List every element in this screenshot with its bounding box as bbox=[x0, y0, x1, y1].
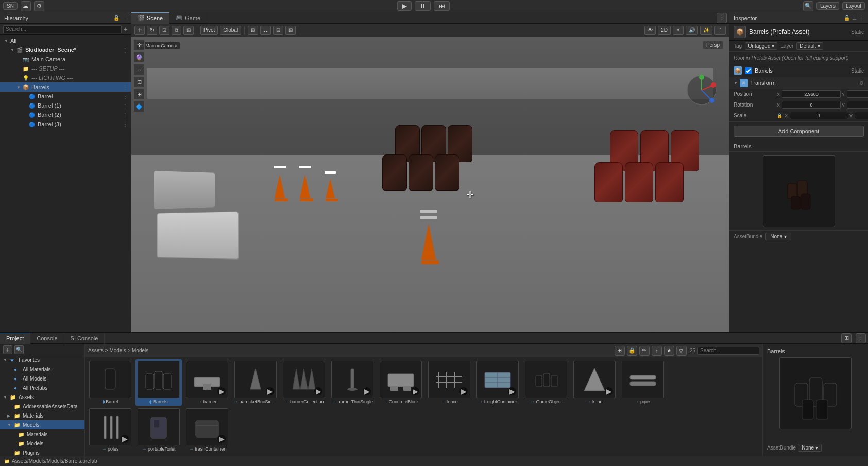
step-button[interactable]: ⏭ bbox=[434, 1, 450, 11]
light-toggle-btn[interactable]: ☀ bbox=[673, 26, 684, 35]
transform-scale-btn[interactable]: ⊡ bbox=[159, 26, 169, 35]
rotation-y-input[interactable] bbox=[847, 101, 868, 109]
hierarchy-search-input[interactable] bbox=[3, 25, 122, 33]
more-icon[interactable]: ⋮ bbox=[123, 122, 131, 127]
asset-item-kone[interactable]: ▶ → kone bbox=[571, 359, 618, 406]
position-y-input[interactable] bbox=[847, 90, 868, 98]
proj-all-models[interactable]: ● All Models bbox=[0, 374, 84, 383]
asset-item-fence[interactable]: ▶ → fence bbox=[426, 359, 472, 406]
asset-item-barrels[interactable]: ⧫ Barrels bbox=[135, 359, 182, 406]
transform-rotate-btn[interactable]: ↻ bbox=[147, 26, 157, 35]
add-component-btn[interactable]: Add Component bbox=[734, 126, 864, 137]
hierarchy-item-barrel[interactable]: 🔵 Barrel ⋮ bbox=[0, 92, 131, 101]
snap2-btn[interactable]: ⚏ bbox=[260, 26, 271, 35]
hierarchy-item-lighting[interactable]: 💡 --- LIGHTING --- bbox=[0, 73, 131, 82]
pivot-btn[interactable]: Pivot bbox=[200, 26, 218, 35]
viewport-tool-6[interactable]: 🔷 bbox=[133, 101, 145, 112]
layers-dropdown[interactable]: Layers bbox=[816, 2, 839, 10]
viewport-tool-4[interactable]: ⊡ bbox=[133, 76, 145, 88]
hierarchy-item-barrel-3[interactable]: 🔵 Barrel (3) ⋮ bbox=[0, 119, 131, 129]
2d-btn[interactable]: 2D bbox=[658, 26, 671, 35]
hierarchy-item-barrel-2[interactable]: 🔵 Barrel (2) ⋮ bbox=[0, 110, 131, 119]
asset-tb-icon2[interactable]: 🔒 bbox=[627, 346, 637, 356]
inspector-more-icon[interactable]: ⋮ bbox=[859, 15, 864, 21]
asset-item-poles[interactable]: ▶ → poles bbox=[87, 407, 133, 453]
asset-item-trash[interactable]: ▶ → trashContainer bbox=[184, 407, 230, 453]
asset-item-barrier-bucket[interactable]: ▶ → barricketBucSing... bbox=[232, 359, 279, 406]
scale-x-input[interactable] bbox=[790, 112, 848, 119]
more-icon[interactable]: ⋮ bbox=[123, 112, 131, 118]
tab-game[interactable]: 🎮 Game bbox=[169, 12, 207, 24]
more-icon[interactable]: ⋮ bbox=[123, 47, 131, 53]
transform-settings-icon[interactable]: ⚙ bbox=[859, 80, 864, 86]
more-icon[interactable]: ⋮ bbox=[123, 94, 131, 99]
persp-label[interactable]: Persp bbox=[703, 41, 723, 49]
settings-icon[interactable]: ⚙ bbox=[34, 1, 44, 11]
scene-viewport[interactable]: 62 Main = Camera Persp ✛ 🔮 ↔ ⊡ ⊞ 🔷 bbox=[131, 37, 729, 332]
hierarchy-item-scene[interactable]: ▼ 🎬 Skidloader_Scene* ⋮ bbox=[0, 45, 131, 55]
proj-all-materials[interactable]: ● All Materials bbox=[0, 365, 84, 374]
snap-btn[interactable]: ⊞ bbox=[248, 26, 258, 35]
proj-assets[interactable]: ▼ 📁 Assets bbox=[0, 392, 84, 402]
inspector-menu-icon[interactable]: ☰ bbox=[852, 15, 857, 21]
active-checkbox[interactable] bbox=[745, 67, 752, 74]
hierarchy-item-barrel-1[interactable]: 🔵 Barrel (1) ⋮ bbox=[0, 101, 131, 110]
hierarchy-item-camera[interactable]: 📷 Main Camera bbox=[0, 55, 131, 64]
proj-models-materials[interactable]: 📁 Materials bbox=[0, 429, 84, 439]
tag-dropdown[interactable]: Untagged ▾ bbox=[745, 42, 777, 50]
proj-all-prefabs[interactable]: ● All Prefabs bbox=[0, 383, 84, 392]
proj-plugins[interactable]: 📁 Plugins bbox=[0, 448, 84, 456]
hierarchy-more-icon[interactable]: ⋮ bbox=[122, 15, 127, 21]
proj-models[interactable]: ▼ 📁 Models bbox=[0, 420, 84, 429]
pause-button[interactable]: ⏸ bbox=[415, 1, 431, 11]
play-button[interactable]: ▶ bbox=[397, 1, 412, 11]
asset-tb-icon5[interactable]: ★ bbox=[664, 346, 674, 356]
proj-addressable[interactable]: 📁 AddressableAssetsData bbox=[0, 402, 84, 411]
asset-item-barrier-thin[interactable]: ▶ → barrierThinSingle bbox=[329, 359, 376, 406]
proj-models-models[interactable]: 📁 Models bbox=[0, 439, 84, 448]
viewport-tool-1[interactable]: ✛ bbox=[133, 39, 145, 50]
scene-more-icon[interactable]: ⋮ bbox=[717, 13, 727, 23]
asset-item-barrier[interactable]: ▶ → barrier bbox=[184, 359, 230, 406]
asset-search-input[interactable] bbox=[697, 347, 759, 355]
asset-tb-icon1[interactable]: ⊞ bbox=[615, 346, 625, 356]
nav-gizmo[interactable]: Y X Z bbox=[684, 72, 720, 108]
bottom-panel-more-icon[interactable]: ⋮ bbox=[856, 333, 866, 343]
asset-item-barrier-collection[interactable]: ▶ → barrierCollection bbox=[281, 359, 327, 406]
asset-item-freight[interactable]: ▶ → freightContainer bbox=[474, 359, 521, 406]
project-search-btn[interactable]: 🔍 bbox=[14, 345, 24, 354]
asset-tb-icon3[interactable]: ✏ bbox=[639, 346, 650, 356]
project-add-btn[interactable]: + bbox=[3, 345, 12, 354]
ab-val-btn[interactable]: None ▾ bbox=[798, 444, 822, 452]
inspector-lock-icon[interactable]: 🔒 bbox=[844, 15, 850, 21]
snap3-btn[interactable]: ⊟ bbox=[273, 26, 283, 35]
viewport-tool-5[interactable]: ⊞ bbox=[133, 89, 145, 100]
hierarchy-lock-icon[interactable]: 🔒 bbox=[113, 15, 120, 21]
tab-scene[interactable]: 🎬 Scene bbox=[131, 12, 169, 24]
asset-item-toilet[interactable]: → portableToilet bbox=[135, 407, 182, 453]
proj-materials[interactable]: ▶ 📁 Materials bbox=[0, 411, 84, 420]
transform-header[interactable]: ▼ ⊞ Transform ⚙ bbox=[729, 77, 868, 89]
account-btn[interactable]: SN bbox=[3, 2, 18, 10]
scene-more-btn[interactable]: ⋮ bbox=[714, 26, 726, 35]
hierarchy-item-setup[interactable]: 📁 --- SETUP --- bbox=[0, 64, 131, 73]
cloud-icon[interactable]: ☁ bbox=[21, 1, 31, 11]
hierarchy-item-all[interactable]: ▼ All bbox=[0, 36, 131, 45]
snap4-btn[interactable]: ⊞ bbox=[285, 26, 296, 35]
more-icon[interactable]: ⋮ bbox=[123, 103, 131, 109]
transform-all-btn[interactable]: ⊞ bbox=[183, 26, 194, 35]
audio-btn[interactable]: 🔊 bbox=[686, 26, 698, 35]
scale-y-input[interactable] bbox=[855, 112, 868, 119]
layout-dropdown[interactable]: Layout bbox=[842, 2, 865, 10]
tab-project[interactable]: Project bbox=[0, 333, 30, 344]
search-icon[interactable]: 🔍 bbox=[803, 1, 813, 11]
viewport-tool-3[interactable]: ↔ bbox=[133, 64, 145, 75]
rotation-x-input[interactable] bbox=[782, 101, 841, 109]
hierarchy-item-barrels[interactable]: ▼ 📦 Barrels ⋮ bbox=[0, 82, 131, 92]
assetbundle-val[interactable]: None ▾ bbox=[765, 233, 791, 240]
gizmos-btn[interactable]: 👁 bbox=[644, 26, 656, 35]
position-x-input[interactable] bbox=[782, 90, 841, 98]
transform-move-btn[interactable]: ✛ bbox=[134, 26, 145, 35]
global-btn[interactable]: Global bbox=[220, 26, 241, 35]
more-icon[interactable]: ⋮ bbox=[123, 84, 131, 90]
